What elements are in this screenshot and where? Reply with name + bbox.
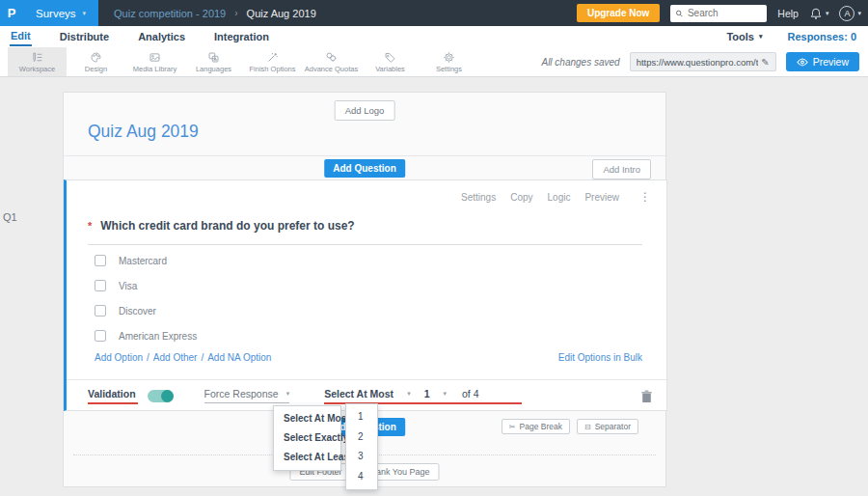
add-na-option-link[interactable]: Add NA Option: [207, 352, 271, 363]
trash-icon: [640, 389, 653, 403]
separator-label: Separator: [595, 422, 631, 431]
chevron-down-icon: ▾: [759, 33, 763, 41]
add-question-button-top[interactable]: Add Question: [324, 159, 405, 178]
count-option-3[interactable]: 3: [346, 447, 377, 467]
question-logic-link[interactable]: Logic: [548, 192, 571, 203]
toggle-knob: [161, 390, 174, 402]
option-links: Add Option/Add Other/Add NA Option: [95, 352, 271, 363]
notifications-button[interactable]: ▾: [809, 7, 829, 20]
add-logo-button[interactable]: Add Logo: [335, 100, 395, 121]
main-nav: Edit Distribute Analytics Integration To…: [0, 26, 868, 47]
toolbar-label: Finish Options: [250, 65, 296, 73]
breadcrumb-parent[interactable]: Quiz competition - 2019: [114, 8, 226, 19]
toolbar-item-design[interactable]: Design: [67, 47, 125, 76]
chevron-down-icon[interactable]: ▾: [443, 390, 447, 398]
toolbar-item-languages[interactable]: Languages: [184, 47, 243, 76]
tools-menu[interactable]: Tools▾: [726, 31, 762, 42]
option-row: Visa: [95, 273, 197, 298]
count-option-4[interactable]: 4: [346, 467, 377, 487]
tab-integration[interactable]: Integration: [213, 28, 270, 45]
survey-url-box[interactable]: ✎: [630, 52, 776, 71]
toolbar-item-workspace[interactable]: Workspace: [8, 47, 67, 76]
chevron-down-icon: ▾: [857, 10, 861, 17]
surveys-menu[interactable]: Surveys ▾: [23, 0, 98, 26]
survey-url-input[interactable]: [637, 57, 759, 68]
validation-label: Validation: [88, 388, 138, 404]
search-box[interactable]: [670, 5, 767, 22]
toolbar-label: Settings: [436, 65, 462, 73]
count-option-2[interactable]: 2: [346, 427, 377, 448]
toolbar-item-variables[interactable]: Variables: [361, 47, 420, 76]
rule-option-select-at-most[interactable]: Select At Most: [274, 409, 340, 428]
more-options-icon[interactable]: ⋮: [639, 190, 651, 204]
count-option-1[interactable]: 1: [346, 407, 377, 427]
rule-dropdown[interactable]: Select At Most: [324, 388, 393, 400]
page-break-label: Page Break: [520, 422, 562, 431]
option-checkbox[interactable]: [95, 330, 106, 342]
rule-option-select-exactly[interactable]: Select Exactly: [274, 428, 340, 448]
question-copy-link[interactable]: Copy: [510, 192, 532, 203]
add-other-link[interactable]: Add Other: [153, 352, 198, 363]
account-menu[interactable]: A ▾: [839, 6, 861, 21]
add-intro-button[interactable]: Add Intro: [592, 159, 651, 179]
toolbar-item-media-library[interactable]: Media Library: [125, 47, 184, 76]
search-icon: [675, 9, 684, 18]
delete-question-button[interactable]: [640, 389, 653, 403]
question-preview-link[interactable]: Preview: [584, 192, 619, 203]
question-text[interactable]: Which credit card brand do you prefer to…: [100, 219, 354, 233]
image-icon: [149, 51, 161, 64]
nav-right: Tools▾ Responses: 0: [726, 31, 858, 42]
toolbar-item-finish-options[interactable]: Finish Options: [243, 47, 302, 76]
force-response-label: Force Response: [204, 388, 279, 400]
preview-label: Preview: [813, 56, 849, 68]
wand-icon: [266, 51, 279, 64]
questionpro-logo[interactable]: P: [0, 0, 23, 26]
chevron-down-icon: ▾: [286, 390, 290, 398]
option-label[interactable]: Mastercard: [119, 256, 167, 266]
tab-edit[interactable]: Edit: [10, 27, 32, 46]
top-bar: P Surveys ▾ Quiz competition - 2019 › Qu…: [0, 0, 868, 26]
option-label[interactable]: American Express: [119, 331, 197, 342]
count-dropdown[interactable]: 1: [424, 388, 430, 400]
chevron-down-icon[interactable]: ▾: [407, 390, 411, 398]
option-checkbox[interactable]: [95, 305, 106, 317]
preview-button[interactable]: Preview: [786, 52, 859, 71]
breadcrumb-separator-icon: ›: [234, 8, 237, 18]
option-row: American Express: [95, 323, 197, 348]
question-text-row[interactable]: *Which credit card brand do you prefer t…: [88, 219, 642, 245]
option-checkbox[interactable]: [95, 255, 106, 266]
chevron-down-icon: ▾: [83, 10, 87, 17]
toolbar-label: Variables: [375, 65, 405, 73]
bell-icon: [809, 7, 823, 20]
gear-icon: [443, 51, 455, 64]
option-label[interactable]: Visa: [119, 281, 137, 291]
toolbar-item-settings[interactable]: Settings: [420, 47, 478, 76]
edit-options-in-bulk-link[interactable]: Edit Options in Bulk: [558, 352, 642, 363]
help-link[interactable]: Help: [777, 8, 799, 19]
validation-toggle[interactable]: [148, 390, 174, 402]
translate-icon: [207, 51, 220, 64]
rule-option-select-at-least[interactable]: Select At Least: [274, 448, 340, 467]
question-block: Settings Copy Logic Preview ⋮ *Which cre…: [64, 179, 667, 411]
separator-button[interactable]: ⊟Separator: [577, 419, 638, 434]
question-settings-link[interactable]: Settings: [461, 192, 496, 203]
page-break-button[interactable]: ✂Page Break: [502, 419, 570, 434]
toolbar-item-advance-quotas[interactable]: Advance Quotas: [302, 47, 361, 76]
upgrade-now-button[interactable]: Upgrade Now: [577, 4, 660, 22]
validation-rule-group: Select At Most ▾ 1 ▾ of 4: [324, 388, 521, 404]
tab-analytics[interactable]: Analytics: [137, 28, 186, 45]
count-dropdown-menu: 1 2 3 4: [345, 403, 378, 490]
option-label[interactable]: Discover: [119, 306, 156, 317]
option-row: Discover: [95, 298, 197, 323]
rule-dropdown-menu: Select At Most Select Exactly Select At …: [273, 405, 341, 471]
tab-distribute[interactable]: Distribute: [59, 28, 110, 45]
add-option-link[interactable]: Add Option: [95, 352, 143, 363]
edit-url-icon[interactable]: ✎: [761, 57, 769, 68]
option-checkbox[interactable]: [95, 280, 106, 291]
survey-title[interactable]: Quiz Aug 2019: [88, 122, 199, 142]
surveys-menu-label: Surveys: [36, 8, 76, 19]
question-index-label: Q1: [3, 211, 17, 223]
force-response-dropdown[interactable]: Force Response ▾: [204, 388, 290, 403]
search-input[interactable]: [688, 8, 762, 18]
responses-count[interactable]: Responses: 0: [787, 31, 856, 42]
